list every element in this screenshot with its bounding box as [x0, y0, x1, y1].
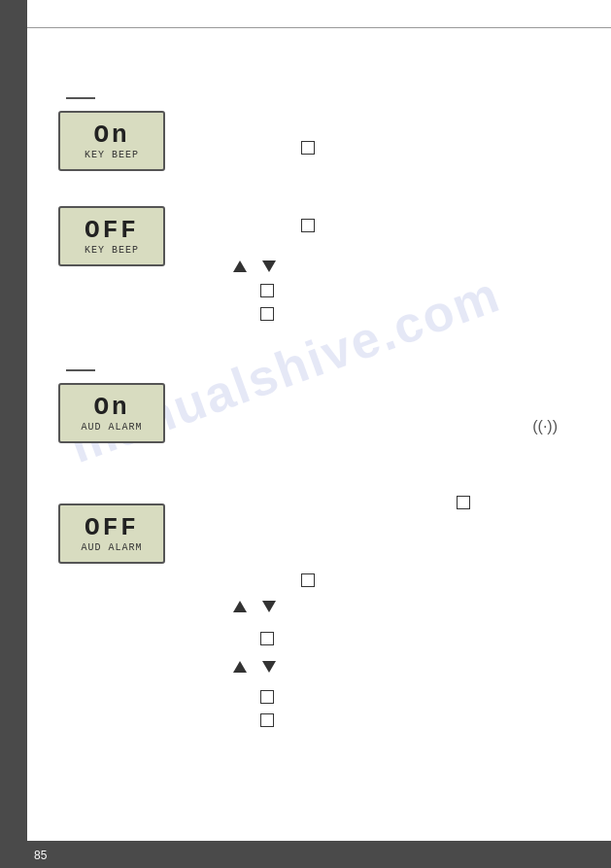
button-square-5[interactable] [457, 496, 470, 509]
section2-line [66, 369, 95, 371]
down-arrow-icon-2[interactable] [262, 601, 276, 612]
button-square-7[interactable] [260, 632, 274, 645]
lcd-off-aud-value: OFF [85, 515, 139, 540]
up-arrow-icon-2[interactable] [233, 601, 247, 612]
lcd-on-aud-label: AUD ALARM [81, 422, 142, 433]
up-arrow-icon-1[interactable] [233, 260, 247, 272]
sidebar [0, 0, 27, 868]
lcd-on-value: On [93, 122, 129, 148]
wireless-icon: ((·)) [532, 418, 558, 435]
button-square-6[interactable] [301, 573, 315, 587]
button-square-9[interactable] [260, 713, 274, 727]
lcd-off-aud-alarm: OFF AUD ALARM [58, 503, 165, 564]
page-number: 85 [34, 849, 47, 862]
lcd-off-label: KEY BEEP [85, 245, 139, 256]
triangle-buttons-2b [233, 661, 276, 673]
button-square-2[interactable] [301, 219, 315, 232]
button-square-8[interactable] [260, 690, 274, 704]
button-square-1[interactable] [301, 141, 315, 155]
lcd-on-aud-alarm: On AUD ALARM [58, 383, 165, 443]
down-arrow-icon-1[interactable] [262, 260, 276, 272]
top-divider [27, 27, 611, 28]
button-square-4[interactable] [260, 307, 274, 321]
triangle-buttons-2a [233, 601, 276, 612]
bottom-bar: 85 [0, 841, 611, 868]
up-arrow-icon-3[interactable] [233, 661, 247, 673]
lcd-off-value: OFF [85, 218, 139, 243]
page: manualshive.com On KEY BEEP OFF KEY BEEP… [0, 0, 611, 868]
lcd-on-aud-value: On [93, 395, 129, 420]
lcd-off-aud-label: AUD ALARM [81, 542, 142, 553]
lcd-on-key-beep: On KEY BEEP [58, 111, 165, 171]
section1-line [66, 97, 95, 99]
lcd-off-key-beep: OFF KEY BEEP [58, 206, 165, 266]
triangle-buttons-1 [233, 260, 276, 272]
down-arrow-icon-3[interactable] [262, 661, 276, 673]
button-square-3[interactable] [260, 284, 274, 297]
lcd-on-label: KEY BEEP [85, 150, 139, 160]
